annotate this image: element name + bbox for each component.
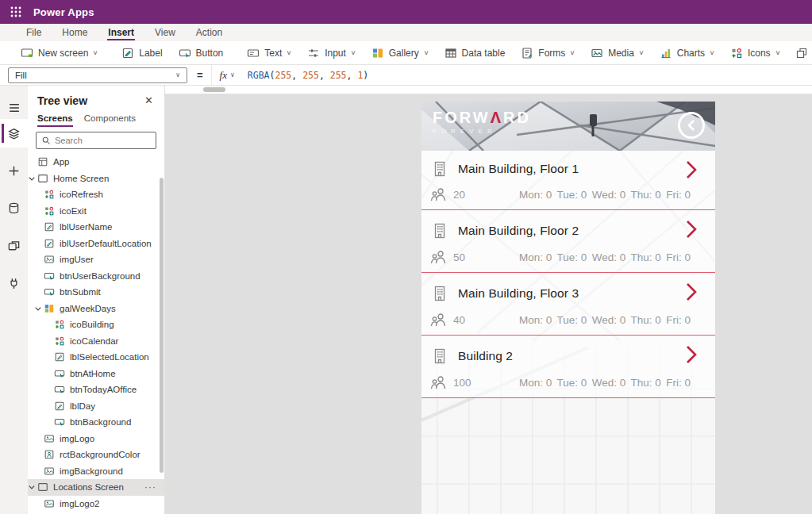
location-list-item[interactable]: Main Building, Floor 2 50 Mon: 0Tue: 0We… bbox=[421, 210, 715, 273]
tree-view-icon bbox=[7, 127, 21, 140]
toolbar-text-button[interactable]: Text ∨ bbox=[239, 41, 299, 64]
toolbar-data-table-button[interactable]: Data table bbox=[437, 41, 514, 64]
waffle-icon[interactable] bbox=[10, 6, 22, 18]
back-button[interactable] bbox=[678, 112, 705, 139]
location-list-item[interactable]: Building 2 100 Mon: 0Tue: 0Wed: 0Thu: 0F… bbox=[421, 336, 715, 398]
chevron-right-icon[interactable] bbox=[685, 160, 698, 179]
tab-screens[interactable]: Screens bbox=[37, 113, 73, 127]
btn-icon bbox=[44, 270, 55, 282]
locations-gallery: Main Building, Floor 1 20 Mon: 0Tue: 0We… bbox=[421, 151, 715, 398]
img-icon bbox=[44, 466, 55, 477]
day-stat-mon: Mon: 0 bbox=[519, 314, 552, 326]
toolbar-gallery-button[interactable]: Gallery ∨ bbox=[364, 41, 437, 64]
tree-row-locations-screen[interactable]: Locations Screen ··· bbox=[28, 479, 164, 496]
formula-token-num: 255 bbox=[302, 70, 319, 81]
tree-row-ibluserdefaultlocation[interactable]: iblUserDefaultLocation bbox=[28, 236, 164, 252]
tree-panel-scrollbar[interactable] bbox=[160, 178, 164, 473]
tree-row-home-screen[interactable]: Home Screen bbox=[28, 171, 164, 187]
tree-row-app[interactable]: App bbox=[28, 154, 164, 171]
chevron-down-icon: ∨ bbox=[230, 71, 235, 79]
toolbar-media-button[interactable]: Media ∨ bbox=[583, 41, 652, 64]
rail-tree-view-button[interactable] bbox=[0, 119, 28, 148]
tree-row-btnuserbackground[interactable]: btnUserBackground bbox=[28, 268, 164, 285]
app-title: Power Apps bbox=[33, 6, 94, 18]
tab-components[interactable]: Components bbox=[84, 113, 136, 127]
tree-row-lblselectedlocation[interactable]: lblSelectedLocation bbox=[28, 349, 164, 366]
location-name: Main Building, Floor 3 bbox=[458, 286, 579, 301]
label-icon bbox=[121, 47, 134, 59]
toolbar-icons-button[interactable]: Icons ∨ bbox=[722, 41, 788, 64]
tree-row-btnbackground[interactable]: btnBackground bbox=[28, 414, 164, 431]
tree-row-btnsubmit[interactable]: btnSubmit bbox=[28, 284, 164, 301]
tree-row-icoexit[interactable]: icoExit bbox=[28, 203, 164, 220]
people-icon bbox=[430, 187, 447, 201]
menu-item-home[interactable]: Home bbox=[52, 24, 98, 41]
toolbar-custom-button[interactable]: Custom ∨ bbox=[787, 41, 812, 64]
expand-chevron-icon[interactable] bbox=[28, 483, 36, 491]
tree-row-lblusername[interactable]: lblUserName bbox=[28, 219, 164, 236]
formula-bar: Fill ∨ = fx ∨ RGBA(255, 255, 255, 1) bbox=[0, 65, 812, 86]
btn-icon bbox=[54, 368, 65, 379]
rail-insert-plus-button[interactable] bbox=[0, 156, 28, 185]
toolbar-button-button[interactable]: Button bbox=[171, 41, 232, 64]
btn-icon bbox=[44, 286, 55, 297]
chevron-right-icon[interactable] bbox=[685, 220, 698, 239]
lbl-icon bbox=[54, 401, 65, 412]
toolbar-label-button[interactable]: Label bbox=[114, 41, 170, 64]
property-selector[interactable]: Fill ∨ bbox=[8, 67, 187, 83]
people-icon bbox=[430, 375, 447, 389]
tree-row-icocalendar[interactable]: icoCalendar bbox=[28, 333, 164, 350]
menu-item-insert[interactable]: Insert bbox=[98, 24, 144, 41]
people-icon bbox=[430, 250, 447, 264]
close-icon[interactable]: ✕ bbox=[141, 94, 156, 107]
toolbar-forms-button[interactable]: Forms ∨ bbox=[513, 41, 583, 64]
rail-media-screens-button[interactable] bbox=[0, 232, 28, 260]
fx-dropdown[interactable]: fx ∨ bbox=[211, 65, 243, 85]
tree-row-btntodayaoffice[interactable]: btnTodayAOffice bbox=[28, 382, 164, 398]
chevron-right-icon[interactable] bbox=[685, 282, 698, 301]
data-table-icon bbox=[444, 47, 457, 59]
tree-row-imgbackground[interactable]: imgBackground bbox=[28, 463, 164, 480]
toolbar-new-screen-button[interactable]: New screen ∨ bbox=[13, 41, 106, 64]
tree-row-imguser[interactable]: imgUser bbox=[28, 251, 164, 268]
tree-row-icobuilding[interactable]: icoBuilding bbox=[28, 316, 164, 333]
tree-row-rctbackgroundcolor[interactable]: rctBackgroundColor bbox=[28, 447, 164, 463]
brand-line2: FOREVER bbox=[433, 128, 531, 135]
formula-token-num: 255 bbox=[275, 70, 291, 81]
chevron-right-icon[interactable] bbox=[685, 345, 698, 364]
rail-data-sources-button[interactable] bbox=[0, 194, 28, 222]
phone-screen-canvas[interactable]: FORWΛRD FOREVER Main Building, Floor 1 bbox=[421, 102, 715, 514]
ico-icon bbox=[54, 336, 65, 347]
charts-icon bbox=[660, 47, 672, 59]
day-stat-tue: Tue: 0 bbox=[557, 251, 587, 263]
tree-row-lblday[interactable]: lblDay bbox=[28, 398, 164, 415]
tree-row-btnathome[interactable]: btnAtHome bbox=[28, 366, 164, 382]
custom-icon bbox=[795, 47, 808, 59]
scrollbar-thumb[interactable] bbox=[203, 87, 225, 92]
toolbar-input-button[interactable]: Input ∨ bbox=[299, 41, 364, 64]
rail-hamburger-button[interactable] bbox=[0, 93, 28, 121]
formula-input[interactable]: RGBA(255, 255, 255, 1) bbox=[248, 70, 368, 81]
more-options-icon[interactable]: ··· bbox=[144, 481, 156, 493]
tree-row-imglogo2[interactable]: imgLogo2 bbox=[28, 496, 164, 512]
location-list-item[interactable]: Main Building, Floor 3 40 Mon: 0Tue: 0We… bbox=[421, 273, 715, 336]
media-screens-icon bbox=[7, 240, 21, 253]
lbl-icon bbox=[44, 238, 55, 249]
rail-advanced-tools-button[interactable] bbox=[0, 269, 28, 297]
canvas-horizontal-scrollbar[interactable] bbox=[165, 86, 812, 94]
img-icon bbox=[44, 254, 55, 265]
lbl-icon bbox=[54, 351, 65, 362]
menu-item-action[interactable]: Action bbox=[186, 24, 233, 41]
expand-chevron-icon[interactable] bbox=[28, 175, 36, 182]
menu-item-file[interactable]: File bbox=[16, 24, 52, 41]
toolbar-charts-button[interactable]: Charts ∨ bbox=[652, 41, 722, 64]
menu-item-view[interactable]: View bbox=[144, 24, 186, 41]
expand-chevron-icon[interactable] bbox=[34, 305, 42, 313]
tree-row-imglogo[interactable]: imgLogo bbox=[28, 431, 164, 447]
new-screen-icon bbox=[21, 47, 33, 59]
tree-row-galweekdays[interactable]: galWeekDays bbox=[28, 301, 164, 317]
search-input[interactable] bbox=[55, 136, 151, 145]
location-list-item[interactable]: Main Building, Floor 1 20 Mon: 0Tue: 0We… bbox=[421, 151, 715, 210]
chevron-down-icon: ∨ bbox=[175, 71, 180, 79]
tree-row-icorefresh[interactable]: icoRefresh bbox=[28, 186, 164, 203]
